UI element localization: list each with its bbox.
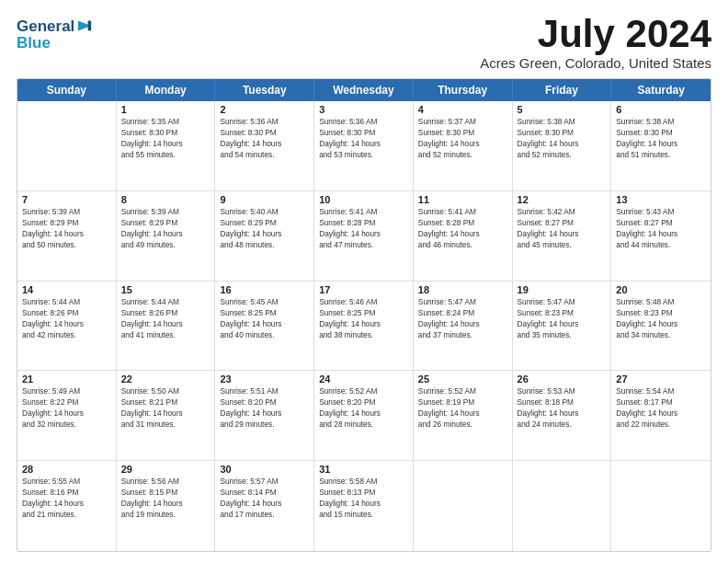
cal-cell: 16Sunrise: 5:45 AMSunset: 8:25 PMDayligh… <box>215 282 314 371</box>
cell-info: Daylight: 14 hours <box>319 228 408 239</box>
cell-info: Sunrise: 5:53 AM <box>518 385 607 396</box>
cell-info: Daylight: 14 hours <box>319 408 408 419</box>
cell-info: Sunset: 8:29 PM <box>22 217 111 228</box>
header-day-friday: Friday <box>513 79 612 101</box>
cell-info: Sunset: 8:27 PM <box>616 217 706 228</box>
day-number: 10 <box>319 194 408 205</box>
cell-info: and 19 minutes. <box>121 509 210 520</box>
cell-info: Sunrise: 5:43 AM <box>616 206 706 217</box>
cell-info: Sunset: 8:25 PM <box>220 307 309 318</box>
cell-info: and 28 minutes. <box>319 419 408 430</box>
cell-info: Sunrise: 5:55 AM <box>22 476 111 487</box>
day-number: 1 <box>121 104 210 115</box>
day-number: 11 <box>418 194 507 205</box>
cal-cell: 4Sunrise: 5:37 AMSunset: 8:30 PMDaylight… <box>414 101 513 190</box>
cell-info: Sunset: 8:15 PM <box>121 487 210 498</box>
cell-info: Sunrise: 5:47 AM <box>418 296 507 307</box>
day-number: 19 <box>518 284 607 295</box>
cell-info: Sunset: 8:23 PM <box>616 307 706 318</box>
cal-cell: 1Sunrise: 5:35 AMSunset: 8:30 PMDaylight… <box>117 101 216 190</box>
cell-info: Daylight: 14 hours <box>220 498 309 509</box>
week-row-3: 14Sunrise: 5:44 AMSunset: 8:26 PMDayligh… <box>17 282 711 372</box>
cal-cell: 7Sunrise: 5:39 AMSunset: 8:29 PMDaylight… <box>17 191 117 281</box>
cell-info: Sunset: 8:28 PM <box>319 217 408 228</box>
cell-info: Daylight: 14 hours <box>121 498 210 509</box>
cal-cell: 18Sunrise: 5:47 AMSunset: 8:24 PMDayligh… <box>414 282 513 371</box>
cell-info: Daylight: 14 hours <box>220 138 309 149</box>
cell-info: and 15 minutes. <box>319 509 408 520</box>
cal-cell: 19Sunrise: 5:47 AMSunset: 8:23 PMDayligh… <box>513 282 612 371</box>
cell-info: Daylight: 14 hours <box>418 138 507 149</box>
cell-info: Sunrise: 5:38 AM <box>518 116 607 127</box>
cell-info: and 51 minutes. <box>616 149 706 160</box>
cell-info: Sunset: 8:21 PM <box>121 396 210 408</box>
cell-info: and 22 minutes. <box>616 419 706 430</box>
day-number: 28 <box>22 464 111 475</box>
logo-icon <box>76 17 93 34</box>
calendar: SundayMondayTuesdayWednesdayThursdayFrid… <box>17 78 711 552</box>
cell-info: Sunset: 8:30 PM <box>518 127 607 138</box>
cal-cell <box>611 461 711 551</box>
cell-info: and 29 minutes. <box>220 419 309 430</box>
week-row-1: 1Sunrise: 5:35 AMSunset: 8:30 PMDaylight… <box>17 101 711 191</box>
cell-info: Sunset: 8:18 PM <box>518 396 607 408</box>
cell-info: Sunrise: 5:58 AM <box>319 476 408 487</box>
cal-cell: 28Sunrise: 5:55 AMSunset: 8:16 PMDayligh… <box>17 461 117 551</box>
logo-blue: Blue <box>17 34 93 52</box>
cell-info: Daylight: 14 hours <box>319 318 408 329</box>
subtitle: Acres Green, Colorado, United States <box>480 55 711 71</box>
day-number: 7 <box>22 194 111 205</box>
cal-cell: 26Sunrise: 5:53 AMSunset: 8:18 PMDayligh… <box>513 371 612 460</box>
cell-info: Sunrise: 5:39 AM <box>22 206 111 217</box>
cell-info: and 48 minutes. <box>220 239 309 250</box>
day-number: 13 <box>616 194 706 205</box>
cell-info: Daylight: 14 hours <box>518 318 607 329</box>
cell-info: Sunrise: 5:36 AM <box>319 116 408 127</box>
cell-info: Sunrise: 5:44 AM <box>22 296 111 307</box>
cell-info: and 55 minutes. <box>121 149 210 160</box>
cal-cell <box>513 461 612 551</box>
cell-info: and 35 minutes. <box>518 329 607 340</box>
cal-cell: 14Sunrise: 5:44 AMSunset: 8:26 PMDayligh… <box>17 282 117 371</box>
cell-info: Daylight: 14 hours <box>319 498 408 509</box>
day-number: 23 <box>220 373 309 385</box>
cell-info: Daylight: 14 hours <box>22 228 111 239</box>
day-number: 15 <box>121 284 210 295</box>
day-number: 12 <box>518 194 607 205</box>
cell-info: Daylight: 14 hours <box>121 318 210 329</box>
cell-info: Sunset: 8:26 PM <box>22 307 111 318</box>
header-day-wednesday: Wednesday <box>314 79 414 101</box>
cal-cell: 30Sunrise: 5:57 AMSunset: 8:14 PMDayligh… <box>215 461 314 551</box>
cell-info: and 50 minutes. <box>22 239 111 250</box>
cell-info: Daylight: 14 hours <box>22 498 111 509</box>
cell-info: and 41 minutes. <box>121 329 210 340</box>
cell-info: Sunset: 8:30 PM <box>319 127 408 138</box>
header-day-tuesday: Tuesday <box>215 79 314 101</box>
day-number: 8 <box>121 194 210 205</box>
cell-info: Sunrise: 5:49 AM <box>22 385 111 396</box>
cell-info: Sunset: 8:27 PM <box>518 217 607 228</box>
title-block: July 2024 Acres Green, Colorado, United … <box>480 15 711 71</box>
cal-cell: 21Sunrise: 5:49 AMSunset: 8:22 PMDayligh… <box>17 371 117 460</box>
cell-info: Sunrise: 5:50 AM <box>121 385 210 396</box>
cal-cell: 13Sunrise: 5:43 AMSunset: 8:27 PMDayligh… <box>611 191 711 281</box>
cell-info: and 46 minutes. <box>418 239 507 250</box>
cell-info: Sunset: 8:22 PM <box>22 396 111 408</box>
cell-info: and 32 minutes. <box>22 419 111 430</box>
cell-info: and 26 minutes. <box>418 419 507 430</box>
cal-cell: 15Sunrise: 5:44 AMSunset: 8:26 PMDayligh… <box>117 282 216 371</box>
cell-info: and 38 minutes. <box>319 329 408 340</box>
cell-info: and 24 minutes. <box>518 419 607 430</box>
cell-info: Sunset: 8:25 PM <box>319 307 408 318</box>
cell-info: Daylight: 14 hours <box>616 228 706 239</box>
page: General Blue July 2024 Acres Green, Colo… <box>0 0 728 563</box>
day-number: 16 <box>220 284 309 295</box>
cal-cell: 6Sunrise: 5:38 AMSunset: 8:30 PMDaylight… <box>611 101 711 190</box>
cell-info: and 17 minutes. <box>220 509 309 520</box>
svg-rect-1 <box>88 21 92 31</box>
cell-info: Sunrise: 5:51 AM <box>220 385 309 396</box>
header-day-thursday: Thursday <box>414 79 513 101</box>
cell-info: and 47 minutes. <box>319 239 408 250</box>
day-number: 29 <box>121 464 210 475</box>
cal-cell: 8Sunrise: 5:39 AMSunset: 8:29 PMDaylight… <box>117 191 216 281</box>
